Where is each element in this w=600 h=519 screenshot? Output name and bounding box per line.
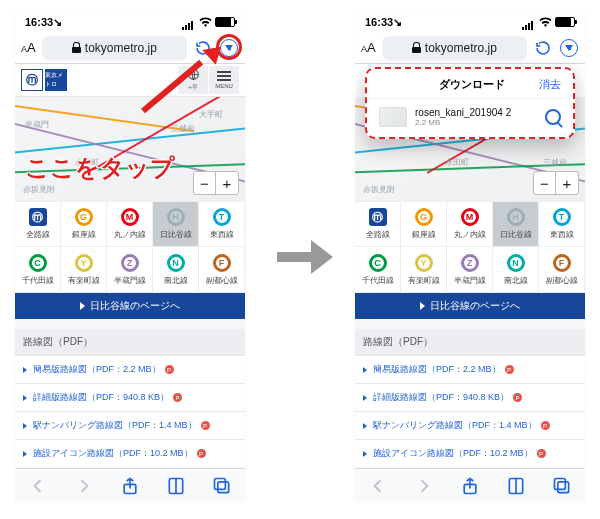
line-cell-半蔵門線[interactable]: Z半蔵門線 <box>447 247 493 293</box>
url-bar: AA tokyometro.jp <box>15 32 245 64</box>
address-field[interactable]: tokyometro.jp <box>382 36 527 60</box>
line-cell-南北線[interactable]: N南北線 <box>493 247 539 293</box>
signal-icon <box>522 18 536 27</box>
forward-button[interactable] <box>414 476 434 496</box>
line-cell-副都心線[interactable]: F副都心線 <box>199 247 245 293</box>
line-cell-東西線[interactable]: T東西線 <box>199 201 245 247</box>
downloads-clear-button[interactable]: 消去 <box>539 77 561 92</box>
pdf-link[interactable]: 簡易版路線図（PDF：2.2 MB） P <box>15 355 245 383</box>
pdf-link[interactable]: 施設アイコン路線図（PDF：10.2 MB） P <box>15 439 245 467</box>
line-icon: Y <box>75 254 93 272</box>
chevron-right-icon <box>363 451 367 457</box>
line-label: 有楽町線 <box>68 275 100 286</box>
pdf-list: 簡易版路線図（PDF：2.2 MB） P詳細版路線図（PDF：940.8 KB）… <box>15 355 245 467</box>
line-icon: N <box>167 254 185 272</box>
logo[interactable]: ⓜ 東京メトロ <box>21 69 67 91</box>
line-cell-有楽町線[interactable]: Y有楽町線 <box>401 247 447 293</box>
back-button[interactable] <box>368 476 388 496</box>
line-cell-千代田線[interactable]: C千代田線 <box>15 247 61 293</box>
pdf-link[interactable]: 簡易版路線図（PDF：2.2 MB） P <box>355 355 585 383</box>
line-row-1b: ⓜ全路線G銀座線M丸ノ内線H日比谷線T東西線 <box>355 201 585 247</box>
line-cell-日比谷線[interactable]: H日比谷線 <box>493 201 539 247</box>
zoom-out-button[interactable]: − <box>534 172 556 194</box>
url-text: tokyometro.jp <box>85 41 157 55</box>
url-text: tokyometro.jp <box>425 41 497 55</box>
share-button[interactable] <box>460 476 480 496</box>
line-cell-東西線[interactable]: T東西線 <box>539 201 585 247</box>
line-grid: ⓜ全路線G銀座線M丸ノ内線H日比谷線T東西線 C千代田線Y有楽町線Z半蔵門線N南… <box>15 201 245 293</box>
line-cell-全路線[interactable]: ⓜ全路線 <box>15 201 61 247</box>
zoom-in-button[interactable]: + <box>556 172 578 194</box>
back-button[interactable] <box>28 476 48 496</box>
forward-button[interactable] <box>74 476 94 496</box>
tabs-button[interactable] <box>552 476 572 496</box>
download-filesize: 2.2 MB <box>415 118 537 127</box>
zoom-out-button[interactable]: − <box>194 172 216 194</box>
search-icon[interactable] <box>545 109 561 125</box>
zoom-controls: − + <box>193 171 239 195</box>
line-cell-千代田線[interactable]: C千代田線 <box>355 247 401 293</box>
address-field[interactable]: tokyometro.jp <box>42 36 187 60</box>
download-thumb <box>379 107 407 127</box>
pdf-link[interactable]: 駅ナンバリング路線図（PDF：1.4 MB） P <box>15 411 245 439</box>
pdf-link-label: 駅ナンバリング路線図（PDF：1.4 MB） <box>33 419 197 432</box>
annotation-text: ここをタップ <box>25 152 175 184</box>
line-cell-丸ノ内線[interactable]: M丸ノ内線 <box>107 201 153 247</box>
zoom-in-button[interactable]: + <box>216 172 238 194</box>
line-cell-日比谷線[interactable]: H日比谷線 <box>153 201 199 247</box>
line-cell-有楽町線[interactable]: Y有楽町線 <box>61 247 107 293</box>
line-cell-丸ノ内線[interactable]: M丸ノ内線 <box>447 201 493 247</box>
pdf-link-label: 施設アイコン路線図（PDF：10.2 MB） <box>373 447 533 460</box>
pdf-link[interactable]: 施設アイコン路線図（PDF：10.2 MB） P <box>355 439 585 467</box>
pdf-link[interactable]: 駅ナンバリング路線図（PDF：1.4 MB） P <box>355 411 585 439</box>
downloads-button[interactable] <box>219 38 239 58</box>
bookmarks-button[interactable] <box>166 476 186 496</box>
route-map[interactable]: 大手町 三越前 半蔵門 永田町 赤坂見附 − + <box>15 97 245 201</box>
bookmarks-button[interactable] <box>506 476 526 496</box>
hamburger-icon <box>217 71 231 81</box>
chevron-right-icon <box>363 367 367 373</box>
go-line-page-button[interactable]: 日比谷線のページへ <box>355 293 585 319</box>
line-cell-全路線[interactable]: ⓜ全路線 <box>355 201 401 247</box>
download-item[interactable]: rosen_kani_201904 2 2.2 MB <box>369 98 571 135</box>
world-button[interactable]: +平 <box>178 66 208 94</box>
svg-rect-6 <box>555 478 566 489</box>
pdf-section-header: 路線図（PDF） <box>15 329 245 355</box>
downloads-title: ダウンロード <box>405 77 539 92</box>
downloads-button[interactable] <box>559 38 579 58</box>
go-line-page-button[interactable]: 日比谷線のページへ <box>15 293 245 319</box>
pdf-link-label: 駅ナンバリング路線図（PDF：1.4 MB） <box>373 419 537 432</box>
line-icon: Z <box>461 254 479 272</box>
share-button[interactable] <box>120 476 140 496</box>
line-cell-銀座線[interactable]: G銀座線 <box>401 201 447 247</box>
pdf-icon: P <box>201 421 210 430</box>
svg-rect-2 <box>218 481 229 492</box>
line-label: 半蔵門線 <box>454 275 486 286</box>
line-icon: F <box>553 254 571 272</box>
line-icon: H <box>507 208 525 226</box>
reload-button[interactable] <box>533 38 553 58</box>
line-label: 副都心線 <box>546 275 578 286</box>
line-label: 千代田線 <box>22 275 54 286</box>
bottom-toolbar <box>355 468 585 502</box>
chevron-right-icon <box>363 423 367 429</box>
line-icon: Z <box>121 254 139 272</box>
aa-button[interactable]: AA <box>21 40 36 55</box>
line-label: 日比谷線 <box>160 229 192 240</box>
line-cell-銀座線[interactable]: G銀座線 <box>61 201 107 247</box>
reload-button[interactable] <box>193 38 213 58</box>
pdf-link-label: 詳細版路線図（PDF：940.8 KB） <box>373 391 509 404</box>
line-cell-副都心線[interactable]: F副都心線 <box>539 247 585 293</box>
pdf-link[interactable]: 詳細版路線図（PDF：940.8 KB） P <box>355 383 585 411</box>
line-cell-半蔵門線[interactable]: Z半蔵門線 <box>107 247 153 293</box>
download-filename: rosen_kani_201904 2 <box>415 107 537 118</box>
menu-button[interactable]: MENU <box>209 66 239 94</box>
aa-button[interactable]: AA <box>361 40 376 55</box>
status-bar: 16:33↘ <box>15 12 245 32</box>
wifi-icon <box>199 17 212 27</box>
line-label: 南北線 <box>504 275 528 286</box>
tabs-button[interactable] <box>212 476 232 496</box>
line-icon: C <box>369 254 387 272</box>
pdf-link[interactable]: 詳細版路線図（PDF：940.8 KB） P <box>15 383 245 411</box>
line-cell-南北線[interactable]: N南北線 <box>153 247 199 293</box>
